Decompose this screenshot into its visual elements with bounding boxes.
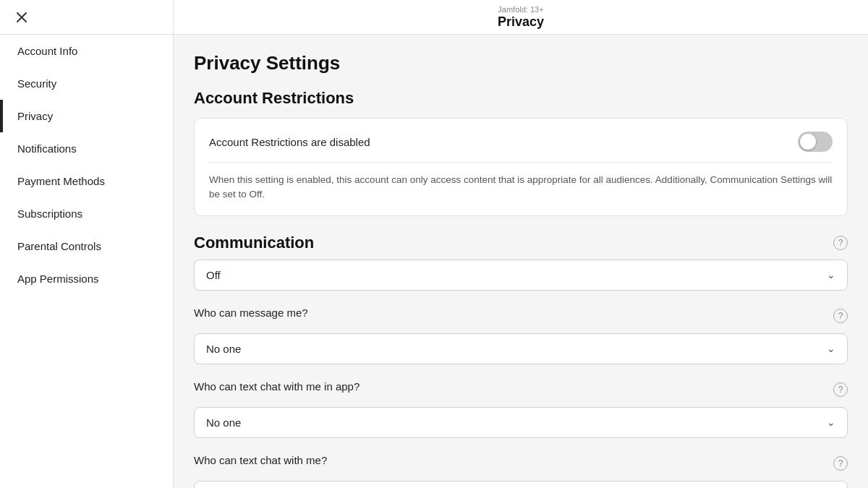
sidebar-item-payment-methods[interactable]: Payment Methods	[0, 165, 173, 197]
who-can-text-chat-help-icon[interactable]: ?	[833, 456, 848, 471]
who-can-text-chat-in-app-help-icon[interactable]: ?	[833, 382, 848, 397]
who-can-text-chat-in-app-arrow: ⌄	[827, 416, 835, 428]
communication-dropdown[interactable]: Off ⌄	[194, 260, 848, 291]
sidebar-item-security[interactable]: Security	[0, 67, 173, 100]
sidebar-item-app-permissions[interactable]: App Permissions	[0, 262, 173, 295]
who-can-message-group: Who can message me? ? No one ⌄	[194, 307, 848, 364]
page-title: Privacy Settings	[194, 52, 848, 74]
account-restrictions-title: Account Restrictions	[194, 89, 848, 108]
who-can-message-row: Who can message me? ?	[194, 307, 848, 326]
who-can-message-value: No one	[206, 343, 241, 355]
who-can-message-label: Who can message me?	[194, 307, 308, 319]
who-can-text-chat-in-app-label: Who can text chat with me in app?	[194, 380, 359, 393]
communication-help-icon[interactable]: ?	[833, 236, 848, 250]
who-can-text-chat-in-app-row: Who can text chat with me in app? ?	[194, 380, 848, 400]
account-restrictions-description: When this setting is enabled, this accou…	[209, 173, 833, 202]
sidebar-item-privacy[interactable]: Privacy	[0, 100, 173, 132]
toggle-thumb	[800, 134, 816, 150]
sidebar-item-notifications[interactable]: Notifications	[0, 132, 173, 165]
who-can-message-arrow: ⌄	[827, 343, 835, 354]
communication-section-row: Communication ?	[194, 234, 848, 252]
sidebar: Account InfoSecurityPrivacyNotifications…	[0, 0, 174, 488]
communication-dropdown-value: Off	[206, 269, 221, 281]
who-can-message-help-icon[interactable]: ?	[833, 309, 848, 323]
app-container: Account InfoSecurityPrivacyNotifications…	[0, 0, 868, 488]
sidebar-item-subscriptions[interactable]: Subscriptions	[0, 197, 173, 230]
who-can-text-chat-in-app-value: No one	[206, 416, 241, 429]
account-restrictions-card: Account Restrictions are disabled When t…	[194, 118, 848, 216]
sidebar-nav: Account InfoSecurityPrivacyNotifications…	[0, 35, 173, 295]
account-restrictions-toggle[interactable]	[798, 132, 833, 152]
who-can-text-chat-dropdown[interactable]: No one ⌄	[194, 481, 848, 489]
who-can-text-chat-in-app-dropdown[interactable]: No one ⌄	[194, 407, 848, 438]
sidebar-item-account-info[interactable]: Account Info	[0, 35, 173, 67]
main-header: Jamfold: 13+ Privacy	[174, 0, 868, 35]
who-can-message-dropdown[interactable]: No one ⌄	[194, 333, 848, 364]
toggle-row: Account Restrictions are disabled	[209, 132, 833, 163]
toggle-label: Account Restrictions are disabled	[209, 136, 370, 148]
communication-dropdown-arrow: ⌄	[827, 269, 835, 281]
sidebar-item-parental-controls[interactable]: Parental Controls	[0, 230, 173, 262]
who-can-text-chat-group: Who can text chat with me? ? No one ⌄	[194, 454, 848, 489]
header-title: Privacy	[498, 14, 544, 30]
communication-title: Communication	[194, 234, 314, 252]
sidebar-header	[0, 0, 173, 35]
close-button[interactable]	[12, 7, 32, 27]
who-can-text-chat-row: Who can text chat with me? ?	[194, 454, 848, 474]
who-can-text-chat-label: Who can text chat with me?	[194, 454, 327, 466]
header-supertitle: Jamfold: 13+	[498, 5, 543, 14]
main-scroll: Privacy Settings Account Restrictions Ac…	[174, 35, 868, 488]
main-content: Jamfold: 13+ Privacy Privacy Settings Ac…	[174, 0, 868, 488]
who-can-text-chat-in-app-group: Who can text chat with me in app? ? No o…	[194, 380, 848, 438]
